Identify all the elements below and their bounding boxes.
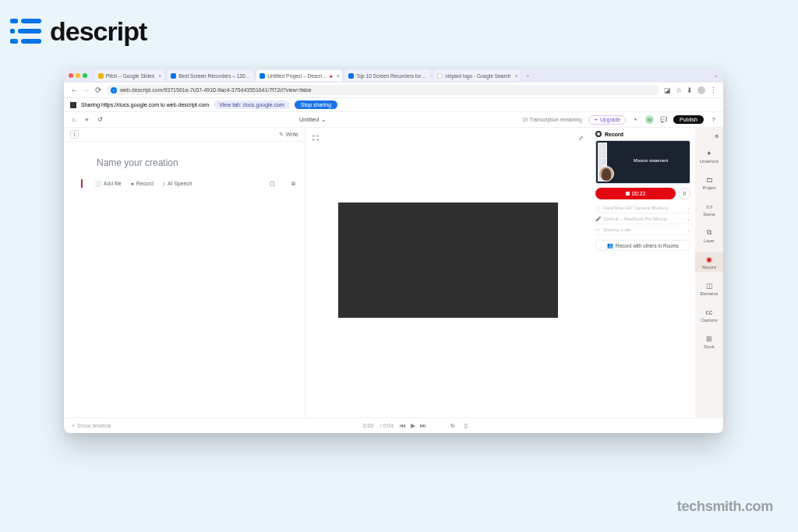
mic-select[interactable]: 🎤Default – MacBook Pro Microp…⌄	[595, 213, 690, 224]
skip-forward-button[interactable]: ⏭	[420, 422, 426, 429]
people-icon: 👥	[607, 242, 613, 248]
tab-recorders1[interactable]: Best Screen Recorders – 120…×	[168, 70, 253, 81]
reload-button[interactable]: ⟳	[95, 86, 101, 94]
write-button[interactable]: ✎Write	[279, 132, 298, 138]
close-tab-icon[interactable]: ×	[158, 73, 161, 79]
transcription-remaining: 1h Transcription remaining	[522, 117, 582, 122]
app-body: 1 ✎Write Name your creation 📄Add file ●R…	[64, 128, 723, 417]
url-field[interactable]: i web.descript.com/9371561e-7c07-4910-9a…	[106, 85, 659, 95]
add-button[interactable]: +	[632, 116, 639, 123]
fit-icon[interactable]: ⛶	[312, 135, 319, 142]
rail-stock[interactable]: ⊞Stock	[695, 332, 723, 351]
user-avatar[interactable]: M	[645, 115, 654, 124]
settings-icon[interactable]: ⚙	[713, 132, 720, 139]
sparkle-icon: ✦	[705, 149, 714, 157]
record-icon: ◉	[705, 255, 714, 263]
close-tab-icon[interactable]: ×	[430, 73, 431, 79]
maximize-window-icon[interactable]	[83, 73, 87, 78]
camera-select[interactable]: ▢FaceTime HD Camera (Built-in)⌄	[595, 203, 690, 213]
show-timeline-button[interactable]: ≡Show timeline	[72, 423, 111, 428]
rail-project[interactable]: 🗀Project	[695, 173, 723, 192]
descript-logo: descript	[9, 16, 147, 47]
comment-icon[interactable]: 💬	[660, 116, 667, 123]
canvas-panel: ⛶ ⤢	[305, 128, 591, 417]
menu-lines-icon[interactable]: ≡	[83, 116, 90, 123]
svg-rect-2	[10, 29, 15, 33]
close-tab-icon[interactable]: ×	[514, 73, 517, 79]
properties-rail: ⚙ ✦Underlord 🗀Project ▭Scene ⧉Layer ◉Rec…	[695, 128, 723, 417]
profile-icon[interactable]	[697, 86, 705, 94]
screen-preview[interactable]: Mission statement	[595, 140, 690, 184]
current-time: 0:00	[363, 423, 374, 428]
stop-sharing-button[interactable]: Stop sharing	[295, 100, 337, 109]
tab-descript[interactable]: Untitled Project – Descri…●×	[256, 70, 342, 81]
download-icon[interactable]: ⬇	[687, 86, 693, 94]
stock-icon: ⊞	[705, 334, 714, 343]
composition-title-input[interactable]: Name your creation	[97, 157, 305, 168]
add-file-button[interactable]: 📄Add file	[95, 181, 122, 187]
tab-top10[interactable]: Top 10 Screen Recorders for…×	[345, 70, 431, 81]
window-controls[interactable]	[69, 73, 87, 78]
expand-icon[interactable]: ⤢	[577, 135, 584, 142]
rail-record[interactable]: ◉Record	[695, 252, 723, 272]
svg-rect-4	[10, 39, 18, 44]
mic-icon: 🎤	[595, 216, 601, 221]
record-in-rooms-button[interactable]: 👥Record with others in Rooms	[595, 240, 690, 251]
pause-recording-button[interactable]: ⏸	[679, 188, 690, 199]
help-icon[interactable]: ?	[710, 116, 717, 123]
menu-icon[interactable]: ⋮	[710, 86, 717, 94]
timeline-icon: ≡	[72, 423, 75, 428]
new-tab-button[interactable]: +	[523, 73, 532, 79]
webcam-bubble[interactable]	[598, 166, 614, 181]
record-panel-header: Record	[595, 131, 690, 137]
svg-rect-3	[18, 29, 41, 33]
forward-button[interactable]: →	[83, 86, 90, 94]
editor-toolbar: 📄Add file ●Record ♪AI Speech ▢ ⧉	[81, 179, 305, 188]
tab-vidyard[interactable]: vidyard logo - Google Search×	[434, 70, 520, 81]
rail-captions[interactable]: ccCaptions	[695, 305, 723, 325]
camera-icon: ▢	[595, 205, 600, 210]
skip-back-button[interactable]: ⏮	[400, 422, 406, 429]
project-title[interactable]: Untitled⌄	[299, 116, 327, 123]
rail-underlord[interactable]: ✦Underlord	[695, 146, 723, 166]
extension-icon[interactable]: ◪	[664, 86, 671, 94]
close-tab-icon[interactable]: ×	[337, 73, 340, 79]
svg-rect-5	[21, 39, 41, 44]
bookmark-icon[interactable]: ☆	[676, 86, 682, 94]
ai-speech-button[interactable]: ♪AI Speech	[163, 181, 192, 186]
upgrade-button[interactable]: ✦Upgrade	[588, 115, 626, 125]
layout-icon[interactable]: ▢	[269, 180, 276, 187]
stop-recording-button[interactable]: 00:23	[595, 188, 676, 199]
screen-select[interactable]: ▭Sharing a tab⌄	[595, 224, 690, 235]
browser-window: Pitch – Google Slides× Best Screen Recor…	[64, 69, 723, 433]
rail-elements[interactable]: ◫Elements	[695, 279, 723, 298]
tab-pitch[interactable]: Pitch – Google Slides×	[95, 70, 164, 81]
script-editor: 1 ✎Write Name your creation 📄Add file ●R…	[64, 128, 305, 417]
publish-button[interactable]: Publish	[673, 115, 704, 124]
play-button[interactable]: ▶	[411, 422, 415, 429]
rail-layer[interactable]: ⧉Layer	[695, 226, 723, 245]
record-inline-button[interactable]: ●Record	[131, 181, 154, 186]
site-info-icon[interactable]: i	[111, 87, 117, 93]
duration: / 0:04	[380, 423, 394, 428]
scene-number[interactable]: 1	[70, 130, 79, 139]
logo-mark-icon	[9, 16, 42, 47]
stop-icon	[626, 192, 630, 196]
chevron-down-icon: ⌄	[321, 116, 327, 123]
chevron-down-icon[interactable]: ⌄	[714, 72, 719, 79]
chevron-down-icon: ⌄	[687, 227, 690, 232]
bookmark-ribbon-icon[interactable]: ⧉	[290, 180, 297, 187]
file-icon: 📄	[95, 181, 101, 187]
history-icon[interactable]: ↺	[97, 116, 104, 123]
minimize-window-icon[interactable]	[76, 73, 80, 78]
address-bar: ← → ⟳ i web.descript.com/9371561e-7c07-4…	[64, 83, 723, 98]
close-window-icon[interactable]	[69, 73, 73, 78]
view-tab-button[interactable]: View tab: docs.google.com	[214, 100, 290, 109]
marker-icon[interactable]: ▯	[463, 422, 470, 429]
loop-icon[interactable]: ↻	[450, 422, 457, 429]
svg-rect-0	[10, 19, 18, 23]
home-icon[interactable]: ⌂	[70, 116, 77, 123]
video-canvas[interactable]	[338, 203, 558, 318]
back-button[interactable]: ←	[70, 86, 78, 94]
rail-scene[interactable]: ▭Scene	[695, 199, 723, 219]
